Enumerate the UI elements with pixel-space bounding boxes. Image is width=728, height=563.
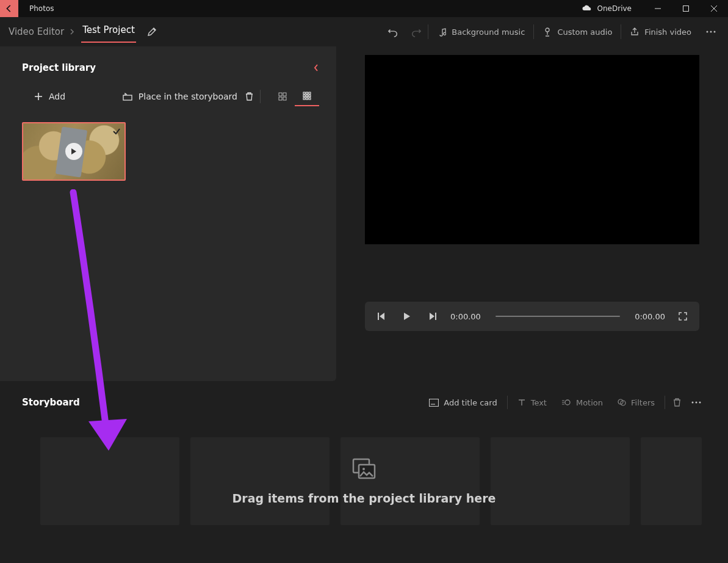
plus-icon: [34, 92, 43, 101]
storyboard-slot[interactable]: [341, 437, 480, 525]
fullscreen-icon: [679, 312, 687, 321]
close-icon: [711, 5, 717, 12]
pencil-icon: [147, 27, 157, 37]
svg-rect-16: [306, 92, 308, 94]
project-title[interactable]: Test Project: [81, 21, 136, 43]
title-card-icon: [429, 399, 439, 407]
back-button[interactable]: [0, 0, 18, 17]
music-icon: [437, 27, 447, 37]
seek-bar[interactable]: [496, 316, 620, 317]
cloud-icon: [582, 5, 593, 12]
motion-button[interactable]: Motion: [554, 392, 610, 413]
filters-icon: [618, 398, 626, 407]
place-in-storyboard-button[interactable]: Place in the storyboard: [118, 88, 242, 105]
redo-icon: [411, 26, 422, 37]
next-frame-button[interactable]: [425, 308, 441, 324]
library-item[interactable]: [22, 122, 126, 181]
main: Project library Add Place in the storybo…: [0, 46, 728, 381]
custom-audio-label: Custom audio: [557, 27, 612, 37]
svg-rect-18: [303, 95, 305, 97]
bg-music-label: Background music: [452, 27, 525, 37]
svg-point-35: [696, 402, 697, 404]
svg-rect-19: [306, 95, 308, 97]
svg-rect-1: [683, 6, 689, 12]
custom-audio-button[interactable]: Custom audio: [534, 21, 621, 43]
svg-point-6: [710, 31, 712, 33]
library-title: Project library: [22, 62, 96, 73]
delete-clip-button[interactable]: [668, 392, 687, 413]
storyboard-slot[interactable]: [491, 437, 630, 525]
svg-rect-11: [279, 93, 282, 96]
minimize-button[interactable]: [644, 0, 672, 17]
svg-rect-17: [309, 92, 311, 94]
background-music-button[interactable]: Background music: [428, 21, 533, 43]
grid-large-icon: [278, 92, 287, 101]
fullscreen-button[interactable]: [675, 308, 691, 324]
preview-area: 0:00.00 0:00.00: [336, 46, 728, 381]
step-back-icon: [378, 312, 385, 321]
step-forward-icon: [429, 312, 436, 321]
svg-rect-20: [309, 95, 311, 97]
motion-label: Motion: [576, 398, 603, 407]
player-controls: 0:00.00 0:00.00: [365, 302, 699, 331]
finish-video-button[interactable]: Finish video: [621, 21, 700, 43]
more-icon: [706, 31, 716, 33]
onedrive-status[interactable]: OneDrive: [582, 4, 632, 13]
maximize-button[interactable]: [672, 0, 700, 17]
maximize-icon: [683, 5, 689, 12]
svg-rect-14: [283, 97, 286, 100]
titlebar: Photos OneDrive: [0, 0, 728, 17]
window-controls: [644, 0, 728, 17]
place-icon: [123, 92, 132, 101]
storyboard-section: Storyboard Add title card Text Motion Fi…: [0, 381, 728, 525]
filters-label: Filters: [631, 398, 655, 407]
svg-rect-15: [303, 92, 305, 94]
place-label: Place in the storyboard: [139, 92, 237, 101]
current-time: 0:00.00: [450, 312, 481, 321]
svg-rect-12: [283, 93, 286, 96]
storyboard-slot[interactable]: [190, 437, 330, 525]
delete-media-button[interactable]: [242, 88, 256, 105]
storyboard-slot[interactable]: [40, 437, 179, 525]
minimize-icon: [655, 5, 661, 12]
chevron-right-icon: [67, 29, 77, 35]
storyboard-slot[interactable]: [641, 437, 702, 525]
storyboard-more-button[interactable]: [687, 392, 706, 413]
play-icon: [71, 148, 77, 155]
audio-icon: [542, 27, 552, 37]
add-title-card-button[interactable]: Add title card: [422, 392, 504, 413]
storyboard-strip[interactable]: Drag items from the project library here: [22, 437, 706, 525]
svg-rect-13: [279, 97, 282, 100]
storyboard-title: Storyboard: [22, 397, 80, 408]
add-label: Add: [49, 92, 65, 101]
selected-check: [111, 126, 122, 137]
separator: [665, 396, 665, 409]
grid-small-icon: [303, 92, 311, 100]
add-media-button[interactable]: Add: [29, 88, 70, 105]
onedrive-label: OneDrive: [597, 4, 632, 13]
library-items: [0, 114, 336, 181]
breadcrumb-root[interactable]: Video Editor: [6, 26, 67, 37]
redo-button[interactable]: [405, 21, 428, 43]
more-button[interactable]: [700, 21, 722, 43]
text-button[interactable]: Text: [510, 392, 554, 413]
add-title-card-label: Add title card: [444, 398, 497, 407]
finish-label: Finish video: [644, 27, 691, 37]
video-preview[interactable]: [365, 55, 699, 244]
undo-button[interactable]: [381, 21, 405, 43]
view-small-button[interactable]: [295, 87, 319, 106]
play-button[interactable]: [399, 308, 415, 324]
prev-frame-button[interactable]: [373, 308, 389, 324]
library-toolbar: Add Place in the storyboard: [0, 79, 336, 114]
total-time: 0:00.00: [635, 312, 665, 321]
rename-button[interactable]: [147, 27, 157, 37]
close-button[interactable]: [700, 0, 728, 17]
svg-rect-26: [430, 399, 439, 406]
separator: [507, 396, 508, 409]
trash-icon: [672, 398, 682, 407]
arrow-left-icon: [5, 4, 13, 13]
collapse-library-button[interactable]: [311, 61, 322, 74]
svg-rect-10: [123, 95, 132, 100]
filters-button[interactable]: Filters: [610, 392, 662, 413]
view-large-button[interactable]: [270, 87, 295, 106]
